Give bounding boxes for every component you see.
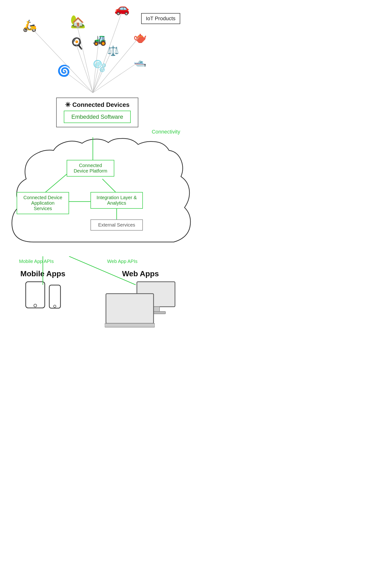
cdp-box: Connected Device Platform [67,160,114,177]
connectivity-text: Connectivity [152,129,180,135]
iot-section: 🚗 🛵 🏡 🚜 🫖 🍳 ⚖️ 🛥️ 🫧 🌀 IoT Products [0,0,194,100]
cdas-label: Connected Device Application Services [23,195,62,211]
mobile-api-text: Mobile App APIs [19,259,54,264]
connected-devices-label: Connected Devices [72,101,130,109]
iot-label-box: IoT Products [141,13,180,24]
embedded-software-label: Embedded Software [71,114,123,120]
svg-rect-25 [105,323,155,327]
kettle-icon: 🫖 [133,31,147,44]
tractor-icon: 🚜 [93,33,106,46]
mobile-apps-section: Mobile Apps [9,269,76,309]
web-apps-title: Web Apps [102,269,179,278]
ext-box: External Services [91,219,143,231]
phone-icon [48,284,62,309]
scooter-icon: 🛵 [23,19,37,32]
connectivity-label: Connectivity [0,129,194,135]
svg-rect-19 [49,285,61,308]
car-icon: 🚗 [114,1,130,16]
stove-icon: 🍳 [70,37,84,50]
mobile-api-label: Mobile App APIs [19,259,54,264]
scale-icon: ⚖️ [107,45,119,56]
bottom-section: Mobile App APIs Web App APIs Mobile Apps [0,256,194,347]
cloud-section: Connected Device Platform Connected Devi… [0,137,194,251]
connected-devices-box: ✳ Connected Devices Embedded Software [56,97,138,127]
cdas-box: Connected Device Application Services [17,192,69,214]
diagram-container: 🚗 🛵 🏡 🚜 🫖 🍳 ⚖️ 🛥️ 🫧 🌀 IoT Products [0,0,194,347]
iot-label: IoT Products [146,15,175,21]
web-apps-text: Web Apps [122,269,159,278]
washer-icon: 🫧 [93,60,106,72]
connected-devices-title: ✳ Connected Devices [64,101,131,109]
cloud-boxes: Connected Device Platform Connected Devi… [0,137,194,251]
mobile-apps-text: Mobile Apps [20,269,65,278]
computer-icons [105,280,176,333]
svg-line-2 [29,25,93,93]
cdp-label: Connected Device Platform [74,163,107,173]
embedded-software-box: Embedded Software [64,111,131,123]
web-api-label: Web App APIs [107,259,138,264]
svg-line-1 [76,21,93,93]
ila-label: Integration Layer & Analytics [97,195,137,206]
phone-icons [9,280,76,309]
tablet-icon [25,280,46,309]
vacuum-icon: 🌀 [57,64,71,77]
web-api-text: Web App APIs [107,259,138,264]
ext-label: External Services [98,222,135,227]
web-apps-section: Web Apps [102,269,179,333]
mobile-apps-title: Mobile Apps [9,269,76,278]
jetski-icon: 🛥️ [133,55,146,67]
ila-box: Integration Layer & Analytics [91,192,143,209]
connected-devices-section: ✳ Connected Devices Embedded Software [0,97,194,127]
svg-rect-24 [106,294,154,323]
house-icon: 🏡 [70,14,86,29]
laptop-icon [105,292,155,331]
asterisk-icon: ✳ [65,101,70,109]
svg-line-5 [76,44,93,93]
